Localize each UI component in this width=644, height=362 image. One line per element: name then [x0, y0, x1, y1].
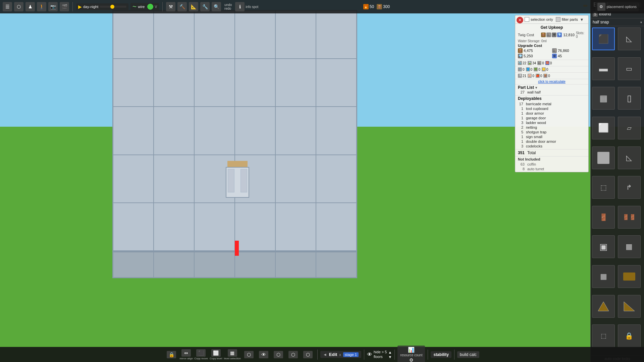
hide-arrows[interactable]: ▲ ▼ — [388, 350, 392, 359]
build-item-wall-low[interactable]: ▱ — [618, 117, 641, 139]
icon-row-1: 🔩22 🍃34 🪨0 🧱0 — [515, 60, 588, 66]
deploy-sign-small: 1 sign small — [518, 134, 586, 139]
slots-label: Slots: 0 — [576, 31, 586, 39]
placement-icon-1[interactable]: ⚙ — [597, 3, 605, 11]
hide-label: hide > 5 — [374, 350, 387, 354]
build-item-wall[interactable]: ▬ — [592, 57, 615, 80]
si-2: 🍃 — [528, 61, 532, 65]
icon-val-10: 🐷0 — [528, 74, 534, 78]
build-item-foundation-square[interactable]: ⬛ — [592, 27, 615, 50]
wall-cell — [316, 155, 357, 203]
extra-icon-2: 👁 — [259, 351, 268, 358]
toolbar-sep-1 — [72, 2, 73, 11]
pawn-icon[interactable]: ♟ — [25, 2, 35, 11]
build-item-embrasure[interactable]: ⬚ — [592, 324, 615, 347]
placement-options-label: placement options — [607, 5, 637, 9]
extra-btn-5[interactable]: ⬡ — [301, 351, 315, 358]
build-item-wall-half[interactable]: ▭ — [618, 57, 641, 80]
extra-btn-3[interactable]: ⬡ — [272, 351, 285, 358]
menu-icon[interactable]: ☰ — [3, 2, 12, 11]
build-item-turret-base[interactable]: 🔒 — [618, 324, 641, 347]
wire-control[interactable]: 〜 wire V — [130, 3, 159, 10]
deploy-shotgun-trap: 5 shotgun trap — [518, 130, 586, 134]
copy-move-button[interactable]: ⬛ Copy move — [194, 349, 208, 360]
build-item-hatch[interactable]: ▣ — [592, 235, 615, 258]
metal-cost-icon: ⚙ — [552, 33, 556, 37]
info-spot-control[interactable]: ℹ info spot — [235, 2, 258, 11]
build-item-stairs[interactable]: ⬚ — [592, 176, 615, 199]
upgrade-stone-icon: 🪨 — [552, 48, 557, 53]
tool-1-icon[interactable]: ⚒ — [166, 2, 175, 11]
upgrade-metal-icon: 💎 — [518, 54, 523, 58]
day-night-slider[interactable] — [100, 6, 126, 8]
build-item-roof-peaked[interactable] — [592, 295, 615, 318]
build-item-roof-corner[interactable] — [618, 295, 641, 318]
deploy-garage-door: 1 garage door — [518, 116, 586, 120]
placement-options[interactable]: ⚙ placement options — [595, 2, 639, 11]
camera-icon[interactable]: 📷 — [48, 2, 58, 11]
video-icon[interactable]: 🎬 — [60, 2, 69, 11]
tool-4-icon[interactable]: 🔧 — [200, 2, 210, 11]
build-item-roof-flat[interactable] — [618, 265, 641, 288]
build-item-stairs-l[interactable]: ↱ — [618, 176, 641, 199]
selection-only-checkbox[interactable] — [525, 17, 529, 22]
day-night-control[interactable]: ▶ day-night — [76, 3, 128, 10]
tool-5-icon[interactable]: 🔍 — [212, 2, 221, 11]
info-panel-close-button[interactable]: ✕ — [517, 17, 523, 23]
wood-value: 300 — [383, 4, 390, 9]
wall-cell — [194, 203, 235, 251]
snap-row[interactable]: half snap ▾ — [591, 18, 644, 26]
undo-redo[interactable]: undo redo — [224, 3, 232, 10]
extra-icon-4: ⬡ — [288, 351, 298, 358]
building-wall — [112, 10, 357, 251]
upgrade-val-3: 5,250 — [524, 54, 533, 58]
build-item-doorway[interactable]: ▯ — [618, 87, 641, 110]
build-item-foundation-triangle[interactable]: ◺ — [618, 27, 641, 50]
stability-section[interactable]: stability — [431, 351, 451, 358]
deploy-sign-small-name: sign small — [526, 135, 542, 139]
walk-icon[interactable]: 🚶 — [37, 2, 46, 11]
build-item-window-bars[interactable]: ▦ — [618, 235, 641, 258]
tool-2-icon[interactable]: 🔨 — [177, 2, 187, 11]
lock-icon: 🔒 — [167, 351, 176, 358]
deployables-title: Deployables — [518, 96, 586, 101]
upgrade-hqm-icon: ⚙ — [552, 54, 557, 58]
si-3: 🪨 — [537, 61, 541, 65]
filter-dropdown-icon[interactable]: ▾ — [581, 17, 583, 22]
copy-level-button[interactable]: ⬜ Copy level — [209, 349, 223, 360]
extra-btn-2[interactable]: 👁 — [257, 351, 270, 358]
hide-section[interactable]: 👁 hide > 5 floors ▲ ▼ — [367, 350, 392, 359]
build-item-door-double[interactable]: 🚪🚪 — [618, 206, 641, 229]
extra-btn-4[interactable]: ⬡ — [286, 351, 300, 358]
level-selection-button[interactable]: ▦ level selection — [224, 349, 241, 360]
mirror-align-button[interactable]: ⇔ mirror align — [179, 349, 193, 360]
filter-parts-checkbox[interactable] — [556, 17, 560, 22]
edit-section: ◄ Edit x stage 1 — [320, 351, 361, 358]
hide-down-icon[interactable]: ▼ — [388, 355, 392, 359]
hide-labels: hide > 5 floors — [374, 350, 387, 359]
tool-3-icon[interactable]: 📐 — [189, 2, 198, 11]
icon-row-3: ⚗21 🐷0 🍎0 🪵0 — [515, 73, 588, 79]
resource-count-section[interactable]: 📊 resource count ⚙ — [397, 346, 425, 362]
recalculate-button[interactable]: click to recalculate — [515, 79, 588, 84]
build-item-window[interactable]: ▦ — [592, 87, 615, 110]
deploy-double-door-armor-name: double door armor — [526, 139, 556, 143]
turret-base-shape: 🔒 — [625, 332, 633, 340]
build-calc-button[interactable]: build calc — [457, 351, 479, 358]
hide-up-icon[interactable]: ▲ — [388, 350, 392, 354]
build-item-door[interactable]: 🚪 — [592, 206, 615, 229]
info-spot-icon[interactable]: ℹ — [235, 2, 245, 11]
total-label: Total — [527, 150, 536, 155]
hex-icon[interactable]: ⬡ — [14, 2, 23, 11]
build-item-floor-triangle[interactable]: ◺ — [618, 146, 641, 169]
resource-settings-icon[interactable]: ⚙ — [409, 357, 414, 362]
copy-move-icon: ⬛ — [196, 349, 206, 357]
build-item-wall-frame[interactable]: ⬜ — [592, 117, 615, 139]
extra-btn-1[interactable]: ⬡ — [242, 351, 256, 358]
not-included-section: Not Included 63 coffin 8 auto turret — [515, 157, 588, 172]
build-calc-label: build calc — [460, 352, 477, 357]
auto-turret-name: auto turret — [527, 167, 544, 171]
lock-button[interactable]: 🔒 — [165, 351, 178, 358]
build-item-floor-grill[interactable]: ▦ — [592, 265, 615, 288]
build-item-floor[interactable] — [592, 146, 615, 169]
